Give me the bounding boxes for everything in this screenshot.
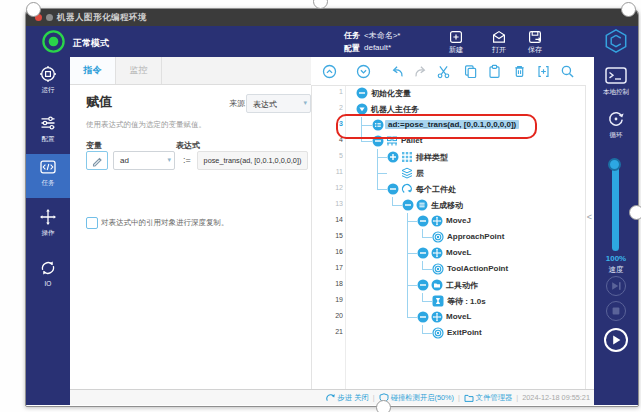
screenshot-canvas: 机器人图形化编程环境 正常模式 任务 <未命名>* 配置 default* 新建… — [0, 0, 641, 412]
tree-row[interactable]: 18 工具动作 — [311, 277, 586, 293]
tree-row[interactable]: 20 MoveL — [311, 309, 586, 325]
app-window: 机器人图形化编程环境 正常模式 任务 <未命名>* 配置 default* 新建… — [25, 8, 639, 407]
tree-row[interactable]: 5 排样类型 — [311, 149, 586, 165]
separator: | — [458, 393, 460, 402]
point-icon — [432, 263, 444, 275]
delete-icon[interactable] — [512, 64, 527, 79]
collapse-toggle-icon[interactable] — [417, 247, 429, 259]
step-status-icon — [326, 393, 336, 403]
save-task-button[interactable]: 保存 — [518, 29, 552, 55]
list-icon — [416, 199, 428, 211]
step-button[interactable] — [606, 276, 626, 296]
group-minus-icon[interactable] — [356, 87, 368, 99]
collapse-toggle-icon[interactable] — [417, 215, 429, 227]
tree-row[interactable]: 17 ToolActionPoint — [311, 261, 586, 277]
sidebar-item-run-label: 运行 — [26, 86, 70, 95]
tree-row[interactable]: 12 每个工件处 — [311, 181, 586, 197]
loop-mode-icon[interactable] — [607, 110, 625, 128]
tree-row[interactable]: 15 ApproachPoint — [311, 229, 586, 245]
deep-copy-checkbox[interactable] — [86, 217, 98, 229]
sidebar-item-operate[interactable]: 操作 — [26, 204, 70, 248]
cut-icon[interactable] — [436, 64, 451, 79]
play-icon — [609, 333, 623, 347]
tree-row[interactable]: 1 初始化变量 — [311, 85, 586, 101]
mode-label: 正常模式 — [73, 37, 109, 50]
move-icon — [431, 215, 443, 227]
stop-button[interactable] — [606, 301, 626, 321]
undo-icon[interactable] — [390, 64, 405, 79]
crop-handle[interactable] — [26, 2, 41, 17]
crop-handle[interactable] — [629, 205, 641, 220]
collapse-all-icon[interactable] — [322, 64, 337, 79]
tree-row-label: ToolActionPoint — [447, 264, 508, 273]
minimize-window-icon[interactable] — [46, 14, 53, 21]
crop-handle[interactable] — [376, 400, 391, 412]
step-status[interactable]: 步进 关闭 — [326, 393, 369, 403]
tab-monitor[interactable]: 监控 — [116, 57, 162, 84]
panel-collapse-handle[interactable]: < — [585, 212, 594, 222]
window-title: 机器人图形化编程环境 — [57, 12, 147, 24]
line-number: 17 — [311, 264, 343, 271]
open-task-button[interactable]: 打开 — [482, 29, 516, 55]
layers-icon — [401, 167, 413, 179]
sidebar-item-task[interactable]: 任务 — [26, 154, 70, 198]
local-control-label: 本地控制 — [594, 88, 638, 97]
insert-icon[interactable] — [536, 64, 551, 79]
status-bar: 步进 关闭 | 碰撞检测开启(50%) | 文件管理器 | 2024-12-18… — [70, 389, 594, 405]
line-number: 12 — [311, 184, 343, 191]
tree-row[interactable]: 14 MoveJ — [311, 213, 586, 229]
tree-row[interactable]: 13 生成移动 — [311, 197, 586, 213]
tree-row-label: MoveL — [446, 312, 471, 321]
step-icon — [609, 279, 623, 293]
tree-row[interactable]: 16 MoveL — [311, 245, 586, 261]
window-titlebar: 机器人图形化编程环境 — [26, 9, 638, 26]
paste-icon[interactable] — [487, 64, 502, 79]
play-button[interactable] — [604, 328, 628, 352]
copy-icon[interactable] — [463, 64, 478, 79]
tree-row[interactable]: 11 层 — [311, 165, 586, 181]
redo-icon[interactable] — [413, 64, 428, 79]
speed-slider-track[interactable] — [612, 159, 619, 251]
tree-row-label: ApproachPoint — [447, 232, 504, 241]
collapse-toggle-icon[interactable] — [387, 183, 399, 195]
variable-dropdown[interactable]: ad ▾ — [113, 151, 175, 170]
expand-toggle-icon[interactable] — [387, 151, 399, 163]
step-status-label: 步进 关闭 — [338, 393, 369, 403]
collapse-toggle-icon[interactable] — [417, 279, 429, 291]
collapse-toggle-icon[interactable] — [417, 311, 429, 323]
collapse-toggle-icon[interactable] — [402, 199, 414, 211]
source-dropdown-value: 表达式 — [253, 99, 277, 110]
expression-input[interactable]: pose_trans(ad, [0,0.1,0,0,0,0]) — [197, 151, 308, 170]
new-task-button[interactable]: 新建 — [439, 29, 473, 55]
speed-slider-knob[interactable] — [608, 158, 621, 171]
sidebar-item-io-label: IO — [26, 280, 70, 287]
tree-row-label: 等待 : 1.0s — [447, 296, 486, 307]
local-control-icon[interactable] — [605, 67, 627, 84]
source-dropdown[interactable]: 表达式 ▾ — [246, 94, 311, 113]
line-number: 2 — [311, 104, 343, 111]
edit-variable-button[interactable] — [86, 151, 108, 170]
sidebar-item-config[interactable]: 配置 — [26, 110, 70, 154]
collision-status[interactable]: 碰撞检测开启(50%) — [379, 393, 454, 403]
new-file-icon — [448, 29, 464, 45]
task-label: 任务 — [344, 30, 360, 41]
chevron-down-icon: ▾ — [303, 99, 307, 107]
variable-dropdown-value: ad — [120, 156, 129, 165]
file-manager[interactable]: 文件管理器 — [464, 393, 512, 403]
config-icon — [39, 114, 57, 132]
file-manager-icon — [464, 393, 474, 403]
expression-label: 表达式 — [176, 140, 200, 151]
search-icon[interactable] — [560, 64, 575, 79]
tree-row[interactable]: 19 等待 : 1.0s — [311, 293, 586, 309]
open-file-icon — [491, 29, 507, 45]
tab-instruction[interactable]: 指令 — [70, 57, 116, 84]
io-icon — [39, 259, 57, 277]
expand-all-icon[interactable] — [356, 64, 371, 79]
crop-handle[interactable] — [621, 2, 636, 17]
sidebar-item-run[interactable]: 运行 — [26, 61, 70, 105]
tree-row[interactable]: 21 ExitPoint — [311, 325, 586, 341]
status-timestamp: 2024-12-18 09:55:21 — [522, 393, 590, 402]
new-task-button-label: 新建 — [439, 45, 473, 55]
line-number: 15 — [311, 232, 343, 239]
sidebar-item-io[interactable]: IO — [26, 255, 70, 299]
